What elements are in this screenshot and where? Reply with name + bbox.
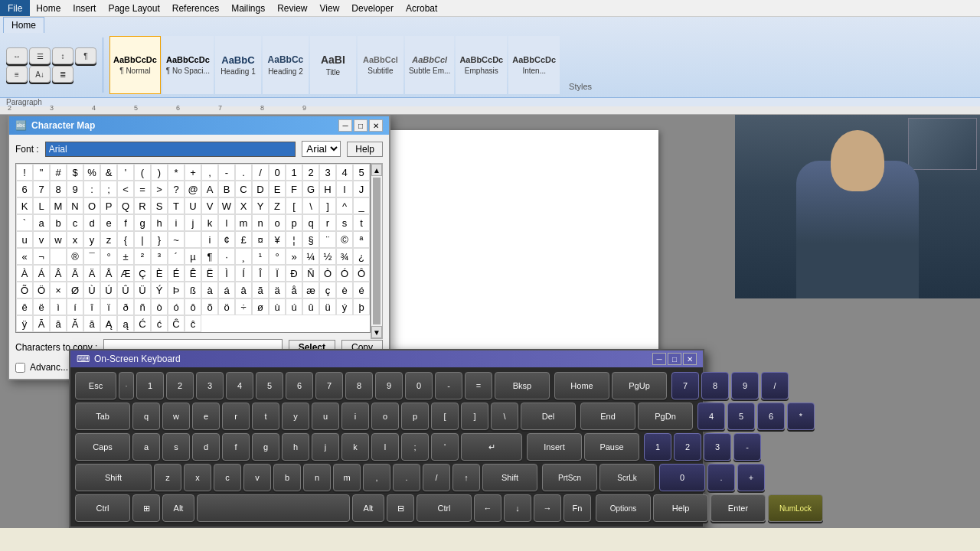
char-cell[interactable]: Ñ: [302, 265, 319, 282]
char-cell[interactable]: Ç: [134, 265, 151, 282]
file-menu[interactable]: File: [0, 0, 30, 16]
char-cell[interactable]: ¦: [286, 231, 302, 248]
char-cell[interactable]: ÿ: [16, 315, 33, 332]
char-cell[interactable]: ²: [134, 248, 151, 265]
key-w[interactable]: w: [162, 403, 190, 430]
style-subtitle[interactable]: AaBbCcl Subtitle: [358, 36, 403, 94]
char-cell[interactable]: ø: [252, 298, 269, 315]
char-cell[interactable]: =: [134, 181, 151, 197]
key-1[interactable]: 1: [136, 372, 164, 399]
key-home[interactable]: Home: [554, 372, 609, 399]
char-cell[interactable]: Ã: [67, 265, 83, 282]
char-cell[interactable]: a: [33, 214, 50, 231]
char-cell[interactable]: ;: [100, 181, 117, 197]
char-cell[interactable]: :: [83, 181, 100, 197]
char-cell[interactable]: w: [50, 231, 67, 248]
key-enter[interactable]: ↵: [461, 433, 522, 461]
char-cell[interactable]: ·: [218, 248, 235, 265]
key-backslash[interactable]: \: [491, 403, 518, 430]
char-cell[interactable]: 9: [67, 181, 83, 197]
char-cell[interactable]: ô: [185, 298, 201, 315]
references-menu[interactable]: References: [166, 2, 225, 15]
char-cell[interactable]: Å: [100, 265, 117, 282]
key-r[interactable]: r: [222, 403, 250, 430]
key-right[interactable]: →: [534, 494, 561, 522]
key-help[interactable]: Help: [653, 494, 708, 522]
char-cell[interactable]: %: [83, 164, 100, 181]
char-cell[interactable]: «: [16, 248, 33, 265]
numpad-9[interactable]: 9: [731, 372, 759, 399]
char-cell[interactable]: z: [100, 231, 117, 248]
char-cell[interactable]: Í: [235, 265, 252, 282]
char-cell[interactable]: ï: [100, 298, 117, 315]
char-cell[interactable]: ª: [353, 231, 370, 248]
char-cell[interactable]: A: [201, 181, 218, 197]
char-cell[interactable]: þ: [353, 298, 370, 315]
char-cell[interactable]: \: [302, 197, 319, 214]
char-cell[interactable]: ½: [319, 248, 336, 265]
key-i[interactable]: i: [341, 403, 369, 430]
key-7[interactable]: 7: [315, 372, 343, 399]
char-cell[interactable]: î: [83, 298, 100, 315]
key-period[interactable]: .: [393, 464, 420, 491]
key-numlock[interactable]: NumLock: [768, 494, 823, 522]
char-cell[interactable]: ą: [117, 315, 134, 332]
char-cell[interactable]: o: [269, 214, 286, 231]
key-scrlk[interactable]: ScrLk: [599, 464, 655, 491]
char-cell[interactable]: Ć: [134, 315, 151, 332]
char-cell[interactable]: Õ: [16, 282, 33, 298]
char-cell[interactable]: ¹: [252, 248, 269, 265]
numpad-8[interactable]: 8: [701, 372, 729, 399]
char-cell[interactable]: j: [185, 214, 201, 231]
char-cell[interactable]: ý: [336, 298, 353, 315]
key-minus[interactable]: -: [435, 372, 462, 399]
key-t[interactable]: t: [252, 403, 279, 430]
char-cell[interactable]: @: [185, 181, 201, 197]
key-o[interactable]: o: [371, 403, 399, 430]
key-left[interactable]: ←: [474, 494, 501, 522]
key-q[interactable]: q: [132, 403, 160, 430]
char-cell[interactable]: k: [201, 214, 218, 231]
char-cell[interactable]: /: [252, 164, 269, 181]
key-ctrl-right[interactable]: Ctrl: [416, 494, 472, 522]
char-cell[interactable]: ¯: [83, 248, 100, 265]
char-cell[interactable]: .: [235, 164, 252, 181]
char-cell[interactable]: 1: [286, 164, 302, 181]
key-dot[interactable]: ·: [119, 372, 134, 399]
char-cell[interactable]: õ: [201, 298, 218, 315]
key-rbracket[interactable]: ]: [461, 403, 488, 430]
char-cell[interactable]: ¿: [353, 248, 370, 265]
char-cell[interactable]: h: [151, 214, 168, 231]
char-cell[interactable]: Y: [252, 197, 269, 214]
char-cell[interactable]: Æ: [117, 265, 134, 282]
char-map-close[interactable]: ✕: [369, 119, 383, 132]
char-cell[interactable]: E: [269, 181, 286, 197]
char-cell[interactable]: »: [286, 248, 302, 265]
char-cell[interactable]: d: [83, 214, 100, 231]
char-cell[interactable]: b: [50, 214, 67, 231]
char-cell[interactable]: ¾: [336, 248, 353, 265]
toolbar-button[interactable]: ☰: [29, 47, 51, 64]
key-x[interactable]: x: [184, 464, 211, 491]
char-cell[interactable]: K: [16, 197, 33, 214]
style-heading1[interactable]: AaBbC Heading 1: [215, 36, 261, 94]
key-y[interactable]: y: [282, 403, 309, 430]
char-cell[interactable]: ú: [286, 298, 302, 315]
char-cell[interactable]: £: [235, 231, 252, 248]
char-cell[interactable]: Þ: [168, 282, 185, 298]
char-cell[interactable]: ): [151, 164, 168, 181]
char-cell[interactable]: N: [67, 197, 83, 214]
char-cell[interactable]: ±: [117, 248, 134, 265]
char-cell[interactable]: *: [168, 164, 185, 181]
char-cell[interactable]: ü: [319, 298, 336, 315]
key-del[interactable]: Del: [521, 403, 576, 430]
osk-maximize[interactable]: □: [668, 353, 681, 365]
char-cell[interactable]: r: [319, 214, 336, 231]
char-cell[interactable]: Ë: [201, 265, 218, 282]
style-emphasis[interactable]: AaBbCcDc Emphasis: [456, 36, 507, 94]
char-cell[interactable]: $: [67, 164, 83, 181]
key-win[interactable]: ⊞: [132, 494, 160, 522]
char-cell[interactable]: Ð: [286, 265, 302, 282]
char-cell[interactable]: U: [185, 197, 201, 214]
char-cell[interactable]: Á: [33, 265, 50, 282]
